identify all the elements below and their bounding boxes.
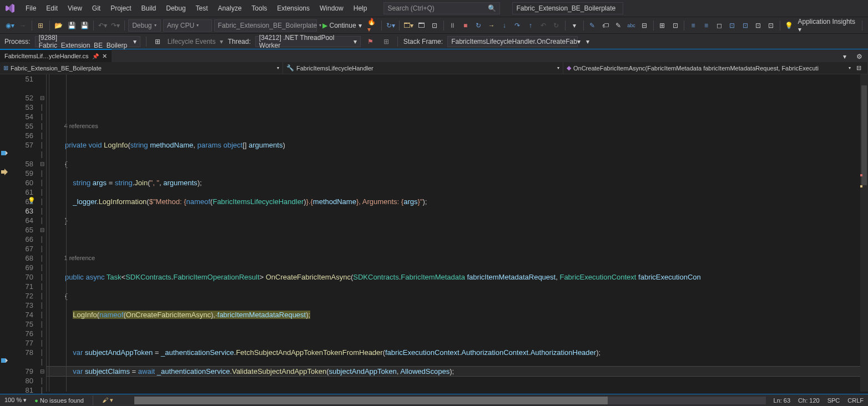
rename-icon[interactable]: 🏷 <box>600 20 610 31</box>
next-statement-icon[interactable]: → <box>486 20 497 31</box>
pin-icon[interactable]: 📌 <box>92 53 99 59</box>
abc-icon[interactable]: abc <box>626 20 637 31</box>
stop-icon[interactable]: ■ <box>460 20 471 31</box>
code-area[interactable]: 4 references private void LogInfo(string… <box>47 74 868 392</box>
mark-icon[interactable]: ⊡ <box>766 20 776 31</box>
nav-class[interactable]: 🔧 FabricItemsLifecycleHandler▾ <box>283 62 563 74</box>
browser-icon[interactable]: 🗔▾ <box>403 20 413 31</box>
process-label: Process: <box>4 38 31 45</box>
config-dropdown[interactable]: Debug▾ <box>128 19 161 32</box>
spaces-indicator[interactable]: SPC <box>827 397 840 404</box>
fold-margin[interactable]: ⊟││││││⊟││││││⊟││││││││││││││⊟│││ <box>38 74 47 392</box>
line-ending[interactable]: CRLF <box>847 397 864 404</box>
lightbulb-icon[interactable]: 💡 <box>784 20 794 31</box>
lightbulb-margin-icon[interactable]: 💡 <box>28 197 36 204</box>
redo-icon[interactable]: ↷▾ <box>110 20 121 31</box>
method-icon: ◆ <box>567 64 571 72</box>
menu-git[interactable]: Git <box>88 2 105 14</box>
toolbar-overflow-icon[interactable]: ▾ <box>582 36 593 47</box>
search-placeholder: Search (Ctrl+Q) <box>387 4 434 12</box>
tools-icon[interactable]: ▾ <box>569 20 579 31</box>
nav-backward-icon[interactable]: ◉▾ <box>4 20 15 31</box>
indent-right-icon[interactable]: ≡ <box>701 20 711 31</box>
close-tab-icon[interactable]: ✕ <box>102 53 107 60</box>
bookmark-icon[interactable]: ◻ <box>714 20 724 31</box>
process-dropdown[interactable]: [9288] Fabric_Extension_BE_Boilerp ▾ <box>35 36 140 47</box>
nav-project[interactable]: ⊞ Fabric_Extension_BE_Boilerplate▾ <box>0 62 283 74</box>
step-into-icon[interactable]: ↓ <box>499 20 509 31</box>
app-insights[interactable]: Application Insights ▾ <box>798 18 859 33</box>
menu-test[interactable]: Test <box>191 2 213 14</box>
tab-fabricitems[interactable]: FabricItemsLif…ycleHandler.cs 📌 ✕ <box>0 49 112 62</box>
split-icon[interactable]: ⊟ <box>853 63 864 74</box>
step-back-icon[interactable]: ↶ <box>538 20 548 31</box>
breakpoint-marker-icon <box>1 357 8 364</box>
wrap-icon[interactable]: ⊡ <box>753 20 763 31</box>
feather-icon[interactable]: ✎ <box>587 20 598 31</box>
menu-extensions[interactable]: Extensions <box>272 2 314 14</box>
horizontal-scrollbar[interactable] <box>134 397 766 404</box>
platform-dropdown[interactable]: Any CPU▾ <box>163 19 212 32</box>
indent-left-icon[interactable]: ≡ <box>688 20 698 31</box>
vertical-scrollbar[interactable] <box>860 74 868 392</box>
startup-dropdown[interactable]: Fabric_Extension_BE_Boilerplate▾ <box>214 19 317 32</box>
undo-icon[interactable]: ↶▾ <box>97 20 108 31</box>
vs-logo-icon <box>4 3 16 14</box>
comment-icon[interactable]: ⊡ <box>727 20 738 31</box>
svg-rect-0 <box>1 151 6 155</box>
ai-2-icon[interactable]: ⊡ <box>670 20 680 31</box>
uncomment-icon[interactable]: ⊡ <box>740 20 750 31</box>
play-icon: ▶ <box>322 22 327 29</box>
threads-icon[interactable]: ⊞ <box>381 36 392 47</box>
nav-forward-icon[interactable]: → <box>17 20 28 31</box>
menu-project[interactable]: Project <box>106 2 135 14</box>
pause-icon[interactable]: ⏸ <box>447 20 458 31</box>
save-all-icon[interactable]: 💾 <box>79 20 90 31</box>
breakpoint-marker-icon <box>1 150 8 156</box>
refresh-icon[interactable]: ↻ <box>473 20 483 31</box>
find-file-icon[interactable]: 🗔 <box>416 20 427 31</box>
dock-icon[interactable]: ⊡ <box>429 20 440 31</box>
flag-icon[interactable]: ⚑ <box>365 36 376 47</box>
ai-1-icon[interactable]: ⊞ <box>657 20 668 31</box>
search-box[interactable]: Search (Ctrl+Q) 🔍 <box>383 2 500 14</box>
extract-icon[interactable]: ⊟ <box>639 20 649 31</box>
menu-view[interactable]: View <box>63 2 87 14</box>
new-project-icon[interactable]: ⊞ <box>36 20 46 31</box>
settings-gear-icon[interactable]: ⚙ <box>854 51 865 62</box>
run-back-icon[interactable]: ↻ <box>551 20 562 31</box>
tabs-dropdown-icon[interactable]: ▾ <box>839 51 850 62</box>
menu-analyze[interactable]: Analyze <box>214 2 246 14</box>
nav-member[interactable]: ◆ OnCreateFabricItemAsync(FabricItemMeta… <box>563 62 868 74</box>
navigation-bar: ⊞ Fabric_Extension_BE_Boilerplate▾ 🔧 Fab… <box>0 62 868 74</box>
thread-dropdown[interactable]: [34212] .NET ThreadPool Worker ▾ <box>255 36 361 47</box>
menu-file[interactable]: File <box>21 2 41 14</box>
save-icon[interactable]: 💾 <box>67 20 77 31</box>
stackframe-dropdown[interactable]: FabricItemsLifecycleHandler.OnCreateFab … <box>447 36 578 47</box>
brush-icon[interactable]: 🖌 ▾ <box>102 397 113 404</box>
class-icon: 🔧 <box>286 64 294 72</box>
menu-tools[interactable]: Tools <box>247 2 271 14</box>
menu-help[interactable]: Help <box>349 2 372 14</box>
step-over-icon[interactable]: ↷ <box>512 20 523 31</box>
menu-window[interactable]: Window <box>315 2 348 14</box>
lifecycle-events-icon[interactable]: ⊞ <box>152 36 163 47</box>
open-file-icon[interactable]: 📂 <box>53 20 64 31</box>
line-number[interactable]: Ln: 63 <box>774 397 791 404</box>
col-number[interactable]: Ch: 120 <box>798 397 820 404</box>
step-out-icon[interactable]: ↑ <box>525 20 536 31</box>
no-issues[interactable]: ● No issues found <box>34 397 84 404</box>
menu-build[interactable]: Build <box>137 2 161 14</box>
thread-label: Thread: <box>228 38 250 45</box>
zoom-level[interactable]: 100 % ▾ <box>4 397 27 404</box>
lifecycle-label: Lifecycle Events <box>168 38 216 45</box>
continue-button[interactable]: ▶Continue▾ <box>319 19 365 32</box>
restart-icon[interactable]: ↻▾ <box>385 20 396 31</box>
menu-edit[interactable]: Edit <box>42 2 62 14</box>
hot-reload-icon[interactable]: 🔥▾ <box>367 20 378 31</box>
stackframe-label: Stack Frame: <box>403 38 443 45</box>
edit-icon[interactable]: ✎ <box>613 20 623 31</box>
line-numbers: 51 525354555657 585960616263646566676869… <box>11 74 38 392</box>
menu-debug[interactable]: Debug <box>162 2 190 14</box>
code-editor[interactable]: 💡 51 525354555657 5859606162636465666768… <box>0 74 868 392</box>
